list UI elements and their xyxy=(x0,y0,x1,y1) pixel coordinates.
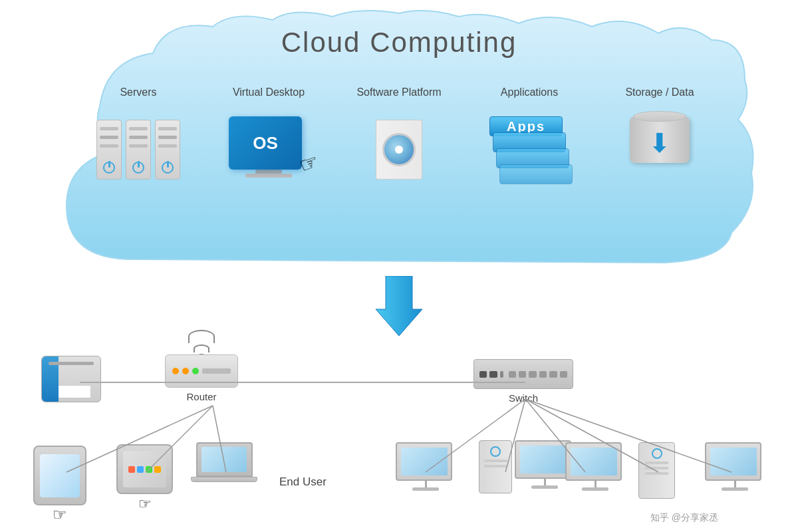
svg-line-5 xyxy=(213,406,226,472)
cloud-title: Cloud Computing xyxy=(33,27,765,59)
svg-line-7 xyxy=(505,399,525,472)
storage-label: Storage / Data xyxy=(625,86,694,98)
servers-icon xyxy=(95,106,182,193)
storage-icon: ⬇ xyxy=(616,106,703,193)
software-platform-label: Software Platform xyxy=(356,86,441,98)
network-lines xyxy=(0,332,798,532)
software-platform-icon xyxy=(356,106,442,193)
cloud-items: Servers xyxy=(73,86,725,193)
svg-line-9 xyxy=(525,399,658,472)
virtual-desktop-label: Virtual Desktop xyxy=(233,86,305,98)
svg-line-3 xyxy=(66,406,213,472)
applications-icon: Apps xyxy=(486,106,573,193)
svg-line-6 xyxy=(426,399,525,472)
cloud-item-virtual-desktop: Virtual Desktop OS ☞ xyxy=(209,86,329,193)
applications-label: Applications xyxy=(501,86,558,98)
servers-label: Servers xyxy=(120,86,156,98)
cloud-container: Cloud Computing Servers xyxy=(33,7,765,286)
cloud-item-storage: Storage / Data ⬇ xyxy=(600,86,720,193)
connection-arrow xyxy=(372,276,426,336)
cloud-item-applications: Applications Apps xyxy=(469,86,589,193)
svg-marker-0 xyxy=(376,276,422,336)
svg-line-10 xyxy=(525,399,732,472)
svg-line-4 xyxy=(146,406,213,472)
cloud-item-software-platform: Software Platform xyxy=(339,86,459,193)
watermark: 知乎 @分享家丞 xyxy=(650,512,718,524)
cloud-item-servers: Servers xyxy=(78,86,198,193)
virtual-desktop-icon: OS ☞ xyxy=(225,106,312,193)
